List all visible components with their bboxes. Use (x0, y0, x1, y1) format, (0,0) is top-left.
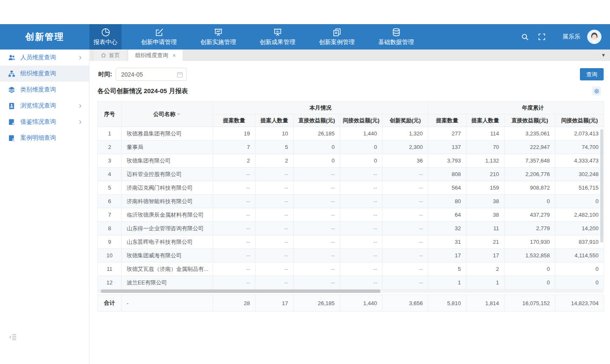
horizontal-scrollbar[interactable] (97, 290, 604, 293)
column-header: 提案数量 (428, 114, 466, 127)
sidebar-item-reference-status[interactable]: 借鉴情况查询 (0, 114, 89, 130)
value-cell: 1 (428, 276, 466, 290)
vertical-scrollbar-thumb[interactable] (600, 129, 603, 243)
value-cell: 0 (555, 262, 604, 276)
seq-cell: 1 (98, 127, 122, 141)
org-chart-icon (8, 70, 15, 77)
column-header-seq: 序号 (98, 102, 122, 127)
database-icon (391, 28, 401, 37)
pie-chart-icon (101, 28, 111, 37)
value-cell: 159 (466, 181, 505, 195)
value-cell: 2,779 (505, 222, 555, 235)
fullscreen-icon[interactable] (538, 33, 546, 41)
value-cell: -- (294, 208, 340, 222)
gear-icon[interactable] (592, 86, 601, 96)
value-cell: 564 (428, 181, 466, 195)
value-cell: -- (213, 208, 255, 222)
nav-item-report-center[interactable]: 报表中心 (89, 24, 122, 50)
value-cell: -- (213, 276, 255, 290)
sidebar-item-label: 类别维度查询 (20, 86, 83, 94)
value-cell: 210 (466, 168, 505, 181)
value-cell: 2 (466, 262, 505, 276)
horizontal-scrollbar-thumb[interactable] (101, 290, 380, 293)
tab-bar: 首页 组织维度查询 × ▼ (90, 50, 610, 61)
column-header-company[interactable]: 公司名称 (122, 102, 213, 127)
value-cell: 64 (428, 208, 466, 222)
table-row: 6济南科德智能科技有限公司----------803800 (98, 195, 604, 208)
sidebar-item-label: 浏览情况查询 (20, 102, 78, 110)
nav-item-innovation-cases[interactable]: 创新案例管理 (315, 24, 359, 50)
sidebar-item-person-dimension[interactable]: 人员维度查询 (0, 50, 89, 66)
seq-cell: 2 (98, 141, 122, 154)
value-cell: 2,073,413 (555, 127, 604, 141)
value-cell: 516,715 (555, 181, 604, 195)
company-name-cell: 董事局 (122, 141, 213, 154)
value-cell: 38 (466, 195, 505, 208)
value-cell: 0 (340, 141, 383, 154)
tab-org-dimension[interactable]: 组织维度查询 × (128, 50, 183, 61)
company-name-cell: 山东得一企业管理咨询有限公司 (122, 222, 213, 235)
sidebar-collapse-icon[interactable] (9, 334, 17, 340)
value-cell: 70 (466, 141, 505, 154)
value-cell: -- (255, 168, 294, 181)
search-icon[interactable] (521, 33, 529, 41)
avatar[interactable] (587, 30, 602, 44)
sidebar-item-browse-status[interactable]: 浏览情况查询 (0, 98, 89, 114)
edit-icon (154, 28, 164, 37)
sidebar-item-case-detail[interactable]: 案例明细查询 (0, 130, 89, 146)
sidebar-item-label: 组织维度查询 (20, 70, 83, 77)
nav-item-base-data[interactable]: 基础数据管理 (374, 24, 418, 50)
date-picker (116, 68, 187, 81)
value-cell: 222,947 (505, 141, 555, 154)
total-value-cell: 14,823,704 (555, 295, 604, 312)
chevron-right-icon (78, 55, 83, 61)
total-company-cell: - (122, 295, 213, 312)
date-input[interactable] (116, 68, 186, 80)
home-icon (101, 52, 106, 58)
seq-cell: 5 (98, 181, 122, 195)
total-label-cell: 合计 (98, 295, 122, 312)
nav-item-innovation-implement[interactable]: 创新实施管理 (196, 24, 240, 50)
sidebar-item-org-dimension[interactable]: 组织维度查询 (0, 66, 89, 82)
sort-caret-icon[interactable] (176, 112, 181, 116)
nav-item-innovation-apply[interactable]: 创新申请管理 (137, 24, 181, 50)
total-table: 合计 - 281726,1851,4403,6565,8101,81416,07… (97, 295, 604, 312)
calendar-icon[interactable] (177, 72, 183, 78)
column-header: 提案人数量 (255, 114, 294, 127)
column-header: 提案人数量 (466, 114, 505, 127)
value-cell: 0 (555, 276, 604, 290)
value-cell: 3,235,061 (505, 127, 555, 141)
company-name-cell: 济南迈克阀门科技有限公司 (122, 181, 213, 195)
value-cell: 2,482,100 (555, 208, 604, 222)
value-cell: 31 (428, 235, 466, 249)
nav-item-innovation-results[interactable]: 创新成果管理 (255, 24, 299, 50)
seq-cell: 3 (98, 154, 122, 168)
value-cell: 1,132 (466, 154, 505, 168)
company-name-cell: 玫德集团威海有限公司 (122, 249, 213, 262)
sidebar-item-label: 人员维度查询 (20, 54, 78, 61)
value-cell: -- (213, 181, 255, 195)
seq-cell: 10 (98, 249, 122, 262)
query-button[interactable]: 查询 (580, 68, 604, 80)
table-body: 1玫德雅昌集团有限公司191026,1851,4401,3202771143,2… (98, 127, 604, 290)
value-cell: -- (340, 262, 383, 276)
tab-options-caret-icon[interactable]: ▼ (601, 52, 606, 58)
table-row: 4迈科管业控股有限公司----------8082102,206,776302,… (98, 168, 604, 181)
close-icon[interactable]: × (172, 52, 176, 58)
badge-icon (8, 102, 15, 110)
nav-item-label: 创新实施管理 (200, 39, 236, 46)
tab-home[interactable]: 首页 (94, 50, 127, 61)
value-cell: -- (340, 235, 383, 249)
value-cell: 1,532,858 (505, 249, 555, 262)
total-value-cell: 1,814 (466, 295, 505, 312)
table-row: 8山东得一企业管理咨询有限公司----------32112,77914,200 (98, 222, 604, 235)
total-value-cell: 16,075,152 (505, 295, 555, 312)
vertical-scrollbar[interactable] (600, 128, 603, 295)
sidebar-item-label: 借鉴情况查询 (20, 118, 78, 126)
username[interactable]: 展乐乐 (563, 33, 580, 41)
value-cell: -- (255, 262, 294, 276)
seq-cell: 8 (98, 222, 122, 235)
sidebar-item-category-dimension[interactable]: 类别维度查询 (0, 82, 89, 98)
company-name-cell: 波兰EE有限公司 (122, 276, 213, 290)
app-logo: 创新管理 (0, 24, 89, 50)
